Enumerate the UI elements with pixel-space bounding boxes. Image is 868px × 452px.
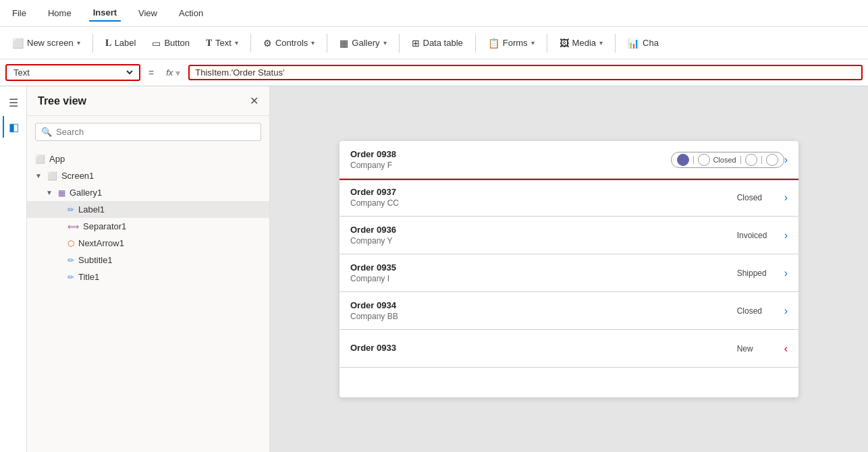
gallery-row-1-status: Closed (737, 193, 784, 202)
toolbar: ⬜ New screen ▾ 𝐋 Label ▭ Button 𝐓 Text ▾… (0, 27, 868, 59)
forms-label: Forms (503, 38, 528, 48)
label-button[interactable]: 𝐋 Label (99, 34, 143, 52)
left-nav: ☰ ◧ (0, 86, 27, 452)
new-screen-chevron: ▾ (77, 39, 80, 47)
status-dot-1 (677, 154, 689, 166)
toolbar-sep-2 (250, 34, 251, 53)
tree-app[interactable]: ⬜ App (27, 150, 269, 167)
sidebar-title: Tree view (38, 95, 86, 107)
controls-chevron: ▾ (311, 39, 315, 47)
tree-nextarrow1[interactable]: ⬡ NextArrow1 (27, 235, 269, 252)
gallery-row-4-arrow: › (784, 305, 788, 317)
tree-title1[interactable]: ✏ Title1 (27, 269, 269, 285)
gallery-row-4[interactable]: Order 0934 Company BB Closed › (340, 292, 798, 330)
gallery-row-2-title: Order 0936 (350, 225, 726, 235)
formula-bar: Text = fx ▾ (0, 59, 868, 86)
tree-label1[interactable]: ✏ Label1 (27, 201, 269, 218)
sidebar-search-bar[interactable]: 🔍 (35, 123, 261, 141)
gallery-row-3[interactable]: Order 0935 Company I Shipped › (340, 254, 798, 292)
button-button[interactable]: ▭ Button (145, 34, 196, 52)
button-icon: ▭ (152, 38, 161, 49)
gallery-row-5-arrow: ‹ (784, 343, 788, 355)
gallery-row-0-subtitle: Company F (350, 161, 660, 170)
gallery-row-0[interactable]: Order 0938 Company F Closed › (340, 141, 798, 179)
status-line-1 (693, 156, 694, 164)
formula-eq-symbol: = (148, 67, 154, 78)
text-button[interactable]: 𝐓 Text ▾ (199, 34, 245, 52)
gallery-row-1-text: Order 0937 Company CC (350, 187, 726, 208)
gallery-label: Gallery (352, 38, 379, 48)
formula-property-select[interactable]: Text (11, 67, 135, 78)
gallery-row-2-status: Invoiced (737, 231, 784, 240)
tree-gallery1[interactable]: ▼ ▦ Gallery1 (27, 184, 269, 201)
toolbar-sep-1 (92, 34, 93, 53)
menu-file[interactable]: File (8, 5, 30, 21)
gallery-row-3-text: Order 0935 Company I (350, 262, 726, 283)
gallery1-expand-icon: ▼ (46, 189, 53, 196)
data-table-button[interactable]: ⊞ Data table (405, 34, 470, 52)
gallery-icon: ▦ (340, 38, 348, 49)
tree-subtitle1[interactable]: ✏ Subtitle1 (27, 252, 269, 269)
search-input[interactable] (56, 127, 255, 137)
nav-layers-icon[interactable]: ◧ (3, 116, 24, 138)
media-chevron: ▾ (599, 39, 603, 47)
toolbar-sep-6 (547, 34, 547, 53)
formula-input[interactable] (195, 67, 856, 78)
gallery-row-2[interactable]: Order 0936 Company Y Invoiced › (340, 217, 798, 254)
tree-gallery1-label: Gallery1 (70, 188, 102, 198)
formula-fx-label: fx (166, 67, 173, 78)
sidebar-header: Tree view ✕ (27, 86, 269, 116)
gallery-row-5-status: New (737, 344, 784, 354)
media-label: Media (572, 38, 596, 48)
controls-button[interactable]: ⚙ Controls ▾ (256, 34, 321, 52)
gallery-row-3-content: Order 0935 Company I Shipped (350, 262, 784, 283)
text-chevron: ▾ (235, 39, 238, 47)
menu-insert[interactable]: Insert (89, 5, 121, 22)
gallery-row-2-arrow: › (784, 229, 788, 242)
nav-menu-icon[interactable]: ☰ (3, 92, 24, 113)
button-label: Button (164, 38, 190, 48)
gallery-row-0-text: Order 0938 Company F (350, 149, 660, 170)
controls-icon: ⚙ (263, 38, 272, 49)
media-icon: 🖼 (560, 38, 569, 49)
menu-action[interactable]: Action (175, 5, 207, 21)
gallery-row-0-arrow: › (784, 154, 788, 166)
subtitle1-icon: ✏ (67, 256, 74, 265)
gallery-chevron: ▾ (383, 39, 387, 47)
status-dot-3 (745, 154, 757, 166)
gallery-row-5[interactable]: Order 0933 New ‹ (340, 330, 798, 368)
menu-view[interactable]: View (134, 5, 161, 21)
gallery-row-1-content: Order 0937 Company CC Closed (350, 187, 784, 208)
gallery-row-4-content: Order 0934 Company BB Closed (350, 300, 784, 321)
title1-icon: ✏ (67, 273, 74, 282)
gallery-button[interactable]: ▦ Gallery ▾ (333, 34, 393, 52)
toolbar-sep-4 (399, 34, 400, 53)
controls-label: Controls (275, 38, 308, 48)
formula-fx-chevron[interactable]: ▾ (175, 67, 180, 78)
gallery-row-5-text: Order 0933 (350, 343, 726, 354)
text-label: Text (215, 38, 232, 48)
menu-home[interactable]: Home (44, 5, 76, 21)
formula-input-wrapper (188, 65, 863, 80)
tree-subtitle1-label: Subtitle1 (78, 255, 113, 265)
tree-container: ⬜ App ▼ ⬜ Screen1 ▼ ▦ Gallery1 ✏ Label1 (27, 148, 269, 452)
gallery-row-3-status: Shipped (737, 269, 784, 278)
gallery-panel: Order 0938 Company F Closed › (340, 141, 798, 397)
media-button[interactable]: 🖼 Media ▾ (553, 34, 609, 52)
status-dot-4 (766, 154, 778, 166)
sidebar-close-button[interactable]: ✕ (250, 94, 259, 107)
tree-separator1[interactable]: ⟺ Separator1 (27, 218, 269, 235)
tree-screen1[interactable]: ▼ ⬜ Screen1 (27, 167, 269, 184)
menu-bar: File Home Insert View Action (0, 0, 868, 27)
gallery-row-4-subtitle: Company BB (350, 312, 726, 321)
label-label: Label (115, 38, 136, 48)
gallery-row-1[interactable]: Order 0937 Company CC Closed › (340, 179, 798, 217)
forms-button[interactable]: 📋 Forms ▾ (481, 34, 541, 52)
chart-icon: 📊 (628, 38, 639, 49)
gallery-row-1-subtitle: Company CC (350, 198, 726, 208)
status-widget: Closed (671, 152, 784, 168)
new-screen-label: New screen (27, 38, 74, 48)
canvas-area[interactable]: Order 0938 Company F Closed › (270, 86, 868, 452)
chart-button[interactable]: 📊 Cha (621, 34, 666, 52)
new-screen-button[interactable]: ⬜ New screen ▾ (5, 34, 87, 52)
